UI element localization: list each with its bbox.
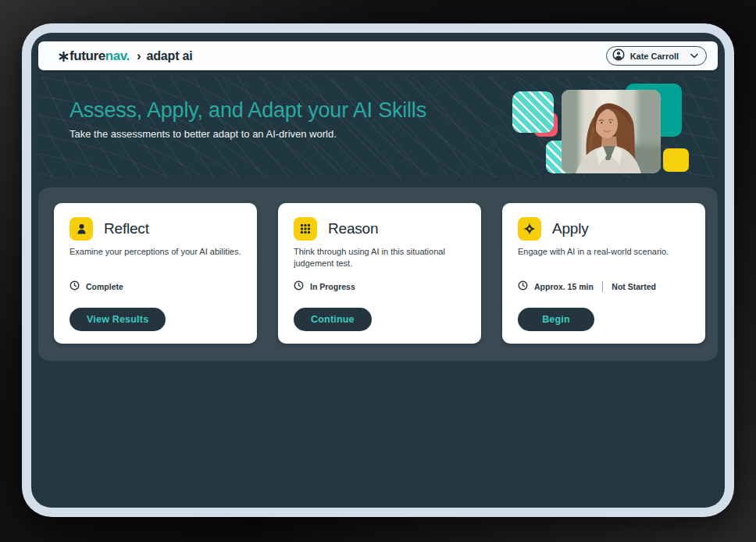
device-frame: future nav. › adapt ai Kate Carroll — [22, 23, 734, 517]
status-label: Complete — [86, 282, 123, 291]
status-label: Not Started — [612, 282, 656, 291]
card-description: Engage with AI in a real-world scenario. — [518, 246, 690, 273]
app-screen: future nav. › adapt ai Kate Carroll — [31, 33, 725, 508]
logo[interactable]: future nav. — [59, 48, 130, 64]
person-circle-icon — [612, 48, 625, 64]
card-reflect: Reflect Examine your perceptions of your… — [54, 203, 257, 344]
status-divider — [602, 281, 604, 292]
card-description: Examine your perceptions of your AI abil… — [70, 246, 241, 273]
breadcrumb-app-name: adapt ai — [147, 49, 193, 63]
clock-icon — [294, 280, 304, 294]
hero-title: Assess, Apply, and Adapt your AI Skills — [70, 98, 426, 123]
sparkle-icon — [518, 217, 541, 241]
woman-portrait-photo — [562, 90, 661, 173]
grid-dots-icon — [294, 217, 317, 241]
card-status-row: In Progress — [294, 281, 465, 292]
asterisk-icon — [59, 51, 69, 65]
card-title: Reason — [328, 220, 378, 237]
card-title: Reflect — [104, 220, 149, 237]
user-menu[interactable]: Kate Carroll — [606, 46, 707, 66]
continue-button[interactable]: Continue — [294, 308, 372, 331]
breadcrumb-separator: › — [137, 48, 141, 64]
desktop-background: future nav. › adapt ai Kate Carroll — [0, 0, 756, 542]
hero-subtitle: Take the assessments to better adapt to … — [70, 128, 426, 140]
decor-striped-teal-square — [512, 91, 554, 133]
card-status-row: Complete — [70, 281, 241, 292]
decor-yellow-square — [663, 148, 689, 172]
person-icon — [70, 217, 93, 241]
view-results-button[interactable]: View Results — [70, 308, 166, 331]
top-navbar: future nav. › adapt ai Kate Carroll — [38, 41, 718, 70]
logo-text-future: future — [70, 48, 105, 64]
assessment-cards-container: Reflect Examine your perceptions of your… — [38, 187, 718, 361]
logo-text-nav: nav. — [105, 48, 130, 64]
clock-icon — [518, 280, 528, 294]
card-description: Think through using AI in this situation… — [294, 246, 465, 273]
clock-icon — [70, 280, 80, 294]
status-label: In Progress — [310, 282, 355, 291]
status-duration: Approx. 15 min — [534, 282, 594, 291]
card-reason: Reason Think through using AI in this si… — [278, 203, 481, 344]
begin-button[interactable]: Begin — [518, 308, 594, 331]
card-status-row: Approx. 15 min Not Started — [518, 281, 690, 292]
chevron-down-icon — [690, 53, 698, 59]
user-name: Kate Carroll — [630, 52, 679, 61]
card-apply: Apply Engage with AI in a real-world sce… — [502, 203, 705, 344]
card-title: Apply — [552, 220, 589, 237]
hero-banner: Assess, Apply, and Adapt your AI Skills … — [38, 77, 718, 178]
